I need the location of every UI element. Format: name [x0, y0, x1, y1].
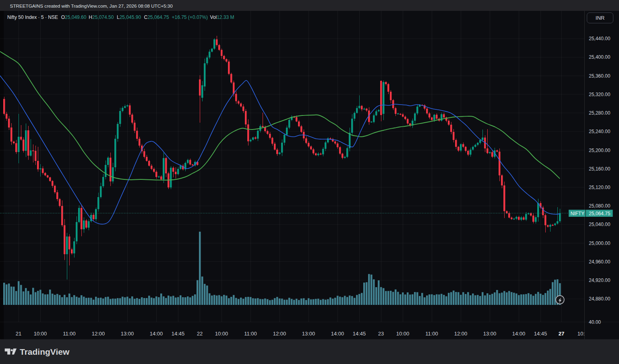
svg-text:25,320.00: 25,320.00 [589, 92, 611, 97]
svg-text:25,000.00: 25,000.00 [589, 241, 611, 246]
svg-text:14:45: 14:45 [172, 331, 185, 337]
svg-text:12:00: 12:00 [454, 331, 468, 337]
svg-text:13:00: 13:00 [302, 331, 315, 337]
svg-text:11:00: 11:00 [63, 331, 76, 337]
svg-text:25,400.00: 25,400.00 [589, 54, 611, 60]
svg-text:21: 21 [16, 331, 21, 337]
svg-text:25,040.00: 25,040.00 [589, 222, 611, 227]
svg-text:27: 27 [559, 331, 564, 337]
svg-text:C25,064.75: C25,064.75 [144, 14, 169, 20]
svg-text:14:00: 14:00 [150, 331, 163, 337]
svg-text:H25,074.50: H25,074.50 [89, 14, 114, 20]
svg-text:23: 23 [378, 331, 384, 337]
svg-text:12:00: 12:00 [273, 331, 286, 337]
svg-text:13:00: 13:00 [483, 331, 497, 337]
svg-text:STREETGAINS created with Tradi: STREETGAINS created with TradingView.com… [10, 3, 173, 8]
svg-text:Nifty 50 Index · 5 · NSE: Nifty 50 Index · 5 · NSE [7, 14, 58, 20]
svg-text:25,280.00: 25,280.00 [589, 110, 611, 116]
svg-text:14:00: 14:00 [512, 331, 526, 337]
svg-text:25,440.00: 25,440.00 [589, 36, 611, 41]
svg-text:24,960.00: 24,960.00 [589, 259, 611, 265]
svg-text:12:00: 12:00 [92, 331, 105, 337]
svg-text:11:00: 11:00 [425, 331, 438, 337]
svg-text:25,120.00: 25,120.00 [589, 185, 611, 190]
svg-text:NIFTY: NIFTY [571, 211, 585, 216]
svg-text:L25,045.90: L25,045.90 [117, 14, 141, 20]
svg-text:11:00: 11:00 [244, 331, 257, 337]
svg-text:24,880.00: 24,880.00 [589, 296, 611, 302]
svg-text:25,240.00: 25,240.00 [589, 129, 611, 134]
svg-text:INR: INR [596, 15, 605, 21]
svg-text:TradingView: TradingView [20, 347, 70, 356]
svg-text:40.00: 40.00 [589, 319, 601, 325]
svg-text:25,160.00: 25,160.00 [589, 166, 611, 172]
svg-text:25,200.00: 25,200.00 [589, 148, 611, 153]
svg-text:13:00: 13:00 [121, 331, 134, 337]
svg-text:O25,049.60: O25,049.60 [61, 14, 87, 20]
svg-text:Vol12.33 M: Vol12.33 M [210, 14, 234, 20]
svg-text:25,064.75: 25,064.75 [589, 211, 611, 216]
svg-text:10:00: 10:00 [34, 331, 47, 337]
svg-text:25,360.00: 25,360.00 [589, 73, 611, 79]
svg-text:14:00: 14:00 [331, 331, 344, 337]
svg-text:22: 22 [197, 331, 203, 337]
svg-text:14:45: 14:45 [534, 331, 547, 337]
svg-text:10:00: 10:00 [215, 331, 228, 337]
svg-text:10:00: 10:00 [396, 331, 410, 337]
svg-text:14:45: 14:45 [353, 331, 366, 337]
svg-text:+16.75 (+0.07%): +16.75 (+0.07%) [172, 14, 208, 20]
svg-text:24,920.00: 24,920.00 [589, 278, 611, 283]
svg-text:25,080.00: 25,080.00 [589, 203, 611, 209]
